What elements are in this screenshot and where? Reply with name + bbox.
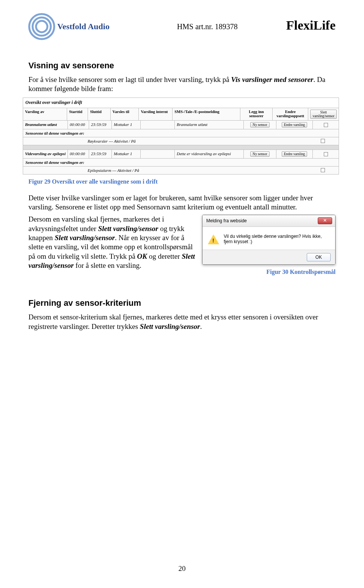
b: OK bbox=[137, 252, 147, 260]
cell: Videvarsling av epilepsi bbox=[23, 150, 68, 158]
sensors-label: Sensorene til denne varslingen er: bbox=[25, 131, 84, 135]
intro-paragraph: For å vise hvilke sensorer som er lagt t… bbox=[28, 75, 336, 94]
logo: Vestfold Audio bbox=[28, 13, 110, 40]
col-header: Varsles til bbox=[111, 108, 139, 120]
hms-number: HMS art.nr. 189378 bbox=[177, 22, 238, 31]
cell bbox=[313, 150, 339, 158]
table-row: Brannalarm utløst 00:00:00 23:59:59 Mott… bbox=[23, 121, 339, 129]
close-icon[interactable]: ✕ bbox=[318, 217, 332, 224]
col-header: Varsling internt bbox=[139, 108, 173, 120]
table-header-row: Varsling av Starttid Sluttid Varsles til… bbox=[23, 108, 339, 121]
section-title-fjerning: Fjerning av sensor-kriterium bbox=[28, 298, 336, 308]
page-number: 20 bbox=[0, 564, 364, 573]
dialog-message: Vil du virkelig slette denne varslingen?… bbox=[224, 234, 330, 244]
cell bbox=[313, 121, 339, 129]
table-row: Videvarsling av epilepsi 00:00:00 23:59:… bbox=[23, 150, 339, 159]
cell: 23:59:59 bbox=[89, 150, 112, 158]
cell: Endre varsling bbox=[276, 121, 313, 129]
figure-29-caption: Figur 29 Oversikt over alle varslingene … bbox=[28, 178, 336, 185]
cell: 00:00:00 bbox=[68, 121, 89, 129]
delete-header-button[interactable]: Slett varsling/sensor bbox=[310, 110, 337, 119]
sensor-text: Epilepsialarm --- Aktivitet / På bbox=[88, 168, 139, 173]
dialog-title-text: Melding fra webside bbox=[206, 218, 247, 223]
b: Slett varsling/sensor bbox=[55, 234, 115, 242]
b: Slett varsling/sensor bbox=[140, 322, 200, 330]
cell: Ny sensor bbox=[244, 121, 276, 129]
explain-paragraph: Dette viser hvilke varslinger som er lag… bbox=[28, 193, 336, 212]
delete-checkbox[interactable] bbox=[324, 152, 328, 156]
ok-button[interactable]: OK bbox=[307, 253, 331, 261]
delete-checkbox[interactable] bbox=[321, 168, 325, 172]
confirmation-dialog: Melding fra webside ✕ Vil du virkelig sl… bbox=[202, 215, 336, 265]
logo-swirl-icon bbox=[28, 13, 55, 40]
col-header: SMS-/Tale-/E-postmelding bbox=[173, 108, 240, 120]
page-header: Vestfold Audio HMS art.nr. 189378 FlexiL… bbox=[28, 11, 336, 42]
sensors-label-row: Sensorene til denne varslingen er: bbox=[23, 159, 339, 167]
edit-varsling-button[interactable]: Endre varsling bbox=[282, 122, 308, 127]
cell: Mottaker 1 bbox=[112, 150, 141, 158]
cell: 00:00:00 bbox=[68, 150, 89, 158]
logo-text: Vestfold Audio bbox=[57, 22, 110, 31]
section-title-visning: Visning av sensorene bbox=[28, 61, 336, 71]
sensors-label-row: Sensorene til denne varslingen er: bbox=[23, 129, 339, 137]
col-header: Sluttid bbox=[88, 108, 110, 120]
intro-text-a: For å vise hvilke sensorer som er lagt t… bbox=[28, 75, 231, 83]
col-header: Endre varslingsoppsett bbox=[273, 108, 309, 120]
cell: 23:59:59 bbox=[89, 121, 112, 129]
cell: Endre varsling bbox=[276, 150, 313, 158]
varslinger-table: Oversikt over varslinger i drift Varslin… bbox=[23, 97, 339, 175]
b: Slett varsling/sensor bbox=[98, 225, 158, 233]
warning-icon bbox=[208, 234, 219, 244]
table-separator bbox=[23, 145, 339, 150]
col-header: Legg inn sensorer bbox=[240, 108, 273, 120]
two-column-section: Dersom en varsling skal fjernes, markere… bbox=[28, 215, 336, 275]
new-sensor-button[interactable]: Ny sensor bbox=[250, 151, 269, 157]
dialog-titlebar: Melding fra webside ✕ bbox=[202, 215, 335, 227]
col-header: Varsling av bbox=[23, 108, 67, 120]
t: og deretter bbox=[147, 252, 182, 260]
new-sensor-button[interactable]: Ny sensor bbox=[250, 122, 269, 127]
figure-30-caption: Figur 30 Kontrollspørsmål bbox=[202, 269, 336, 275]
delete-instructions: Dersom en varsling skal fjernes, markere… bbox=[28, 215, 197, 270]
cell: Ny sensor bbox=[244, 150, 276, 158]
fjerning-paragraph: Dersom et sensor-kriterium skal fjernes,… bbox=[28, 313, 336, 331]
cell: Brannalarm utløst bbox=[175, 121, 244, 129]
sensor-line: Røykvarsler --- Aktivitet / På bbox=[23, 137, 339, 145]
cell bbox=[141, 121, 175, 129]
cell: Brannalarm utløst bbox=[23, 121, 68, 129]
edit-varsling-button[interactable]: Endre varsling bbox=[282, 151, 308, 157]
cell: Mottaker 1 bbox=[112, 121, 141, 129]
table-title: Oversikt over varslinger i drift bbox=[23, 98, 339, 108]
sensor-text: Røykvarsler --- Aktivitet / På bbox=[88, 139, 136, 143]
delete-checkbox[interactable] bbox=[321, 139, 325, 143]
svg-point-2 bbox=[36, 21, 47, 32]
dialog-footer: OK bbox=[202, 250, 335, 264]
brand-title: FlexiLife bbox=[286, 18, 336, 33]
col-header: Starttid bbox=[67, 108, 88, 120]
col-header-btn: Slett varsling/sensor bbox=[308, 108, 339, 120]
sensor-line: Epilepsialarm --- Aktivitet / På bbox=[23, 167, 339, 174]
t: for å slette en varsling. bbox=[74, 261, 141, 269]
t: . bbox=[200, 322, 202, 330]
sensors-label: Sensorene til denne varslingen er: bbox=[25, 160, 84, 165]
delete-checkbox[interactable] bbox=[324, 123, 328, 127]
cell: Dette er videvarsling av epilepsi bbox=[175, 150, 244, 158]
dialog-body: Vil du virkelig slette denne varslingen?… bbox=[202, 227, 335, 250]
cell bbox=[141, 150, 175, 158]
intro-text-b: Vis varslinger med sensorer bbox=[231, 75, 314, 83]
